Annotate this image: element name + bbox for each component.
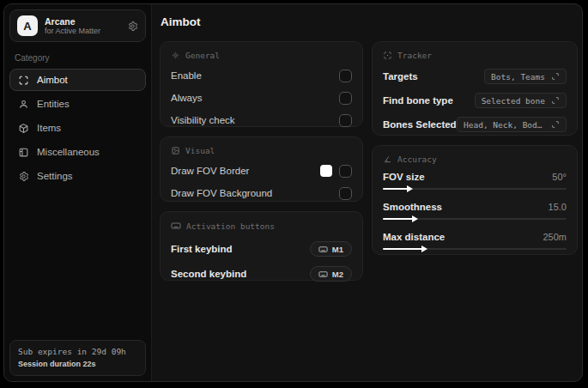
main-content: Aimbot General Enable Always Visibili xyxy=(152,4,582,381)
target-icon xyxy=(383,51,392,60)
keyboard-icon xyxy=(318,270,328,279)
general-card: General Enable Always Visibility check xyxy=(160,41,363,127)
section-title: Accuracy xyxy=(397,155,437,164)
category-label: Category xyxy=(15,53,141,63)
keybind-value: M2 xyxy=(332,270,343,279)
draw-fov-background-checkbox[interactable] xyxy=(339,187,352,200)
fov-border-color-swatch[interactable] xyxy=(320,165,332,177)
box-icon xyxy=(18,123,29,134)
expand-icon xyxy=(551,120,560,129)
sub-expires-text: Sub expires in 29d 09h xyxy=(18,347,137,356)
slider-thumb[interactable] xyxy=(421,246,427,252)
sidebar-item-label: Entities xyxy=(37,99,70,109)
enable-checkbox[interactable] xyxy=(339,70,352,82)
keybind-value: M1 xyxy=(332,245,343,254)
app-window: A Arcane for Active Matter Category xyxy=(3,3,583,382)
app-subtitle: for Active Matter xyxy=(45,27,100,35)
section-title: Activation buttons xyxy=(186,221,275,231)
bones-selected-dropdown[interactable]: Head, Neck, Body, Pe.. xyxy=(457,117,567,132)
slider-thumb[interactable] xyxy=(412,215,418,222)
scan-icon xyxy=(18,75,29,86)
bones-selected-label: Bones Selected xyxy=(383,119,457,130)
sidebar-nav: Aimbot Entities Items xyxy=(9,69,146,187)
keyboard-icon xyxy=(171,221,181,231)
enable-label: Enable xyxy=(171,70,202,81)
find-bone-type-label: Find bone type xyxy=(383,95,453,106)
first-keybind-label: First keybind xyxy=(171,244,233,254)
smoothness-slider[interactable] xyxy=(383,215,567,222)
draw-fov-background-label: Draw FOV Background xyxy=(171,188,272,198)
smoothness-value: 15.0 xyxy=(549,202,567,212)
targets-label: Targets xyxy=(383,71,418,82)
header-gear-icon[interactable] xyxy=(127,21,138,32)
gear-icon xyxy=(18,171,29,182)
board-icon xyxy=(18,147,29,158)
sidebar-item-entities[interactable]: Entities xyxy=(9,93,146,115)
fov-size-value: 50° xyxy=(552,172,567,182)
fov-size-slider[interactable] xyxy=(383,185,567,192)
dropdown-value: Head, Neck, Body, Pe.. xyxy=(464,120,545,130)
sidebar-item-label: Aimbot xyxy=(37,75,68,85)
person-icon xyxy=(18,99,29,110)
app-logo: A xyxy=(17,15,38,36)
visibility-check-label: Visibility check xyxy=(171,115,235,125)
visual-card: Visual Draw FOV Border Draw FOV Backgrou… xyxy=(160,136,363,202)
second-keybind-button[interactable]: M2 xyxy=(310,266,352,282)
angle-icon xyxy=(383,155,392,164)
dropdown-value: Bots, Teams xyxy=(491,72,545,82)
max-distance-slider[interactable] xyxy=(383,246,567,252)
slider-thumb[interactable] xyxy=(407,185,413,192)
smoothness-label: Smoothness xyxy=(383,202,442,212)
accuracy-card: Accuracy FOV size 50° Smoothness 15.0 xyxy=(372,145,578,255)
fov-size-label: FOV size xyxy=(383,172,425,182)
page-title: Aimbot xyxy=(161,15,201,28)
draw-fov-border-label: Draw FOV Border xyxy=(171,166,249,176)
app-header-card: A Arcane for Active Matter xyxy=(9,9,146,42)
sidebar-item-aimbot[interactable]: Aimbot xyxy=(9,69,146,91)
targets-dropdown[interactable]: Bots, Teams xyxy=(484,69,567,84)
section-title: Visual xyxy=(185,146,215,155)
section-title: Tracker xyxy=(397,51,432,60)
activation-card: Activation buttons First keybind M1 Seco… xyxy=(160,211,363,281)
sidebar-item-label: Settings xyxy=(37,171,73,181)
session-duration-text: Session duration 22s xyxy=(18,360,137,368)
dropdown-value: Selected bone xyxy=(482,96,545,106)
max-distance-value: 250m xyxy=(543,232,567,242)
sidebar-item-label: Miscellaneous xyxy=(37,147,100,157)
always-label: Always xyxy=(171,93,202,103)
expand-icon xyxy=(551,72,560,81)
tracker-card: Tracker Targets Bots, Teams Find bone ty… xyxy=(372,41,578,136)
draw-fov-border-checkbox[interactable] xyxy=(339,165,352,178)
sidebar-item-label: Items xyxy=(37,123,61,133)
subscription-info-card: Sub expires in 29d 09h Session duration … xyxy=(9,340,146,376)
sidebar-item-items[interactable]: Items xyxy=(9,117,146,139)
keyboard-icon xyxy=(318,245,328,254)
find-bone-type-dropdown[interactable]: Selected bone xyxy=(475,93,567,108)
sidebar-item-miscellaneous[interactable]: Miscellaneous xyxy=(9,141,146,163)
sidebar-item-settings[interactable]: Settings xyxy=(9,165,146,187)
app-name: Arcane xyxy=(45,16,100,27)
section-title: General xyxy=(185,51,220,60)
first-keybind-button[interactable]: M1 xyxy=(310,241,352,257)
always-checkbox[interactable] xyxy=(339,92,352,105)
max-distance-label: Max distance xyxy=(383,232,445,242)
sparkle-icon xyxy=(171,51,180,60)
image-icon xyxy=(171,146,180,155)
expand-icon xyxy=(551,96,560,105)
second-keybind-label: Second keybind xyxy=(171,269,246,279)
sidebar: A Arcane for Active Matter Category xyxy=(4,4,152,381)
visibility-check-checkbox[interactable] xyxy=(339,114,352,127)
